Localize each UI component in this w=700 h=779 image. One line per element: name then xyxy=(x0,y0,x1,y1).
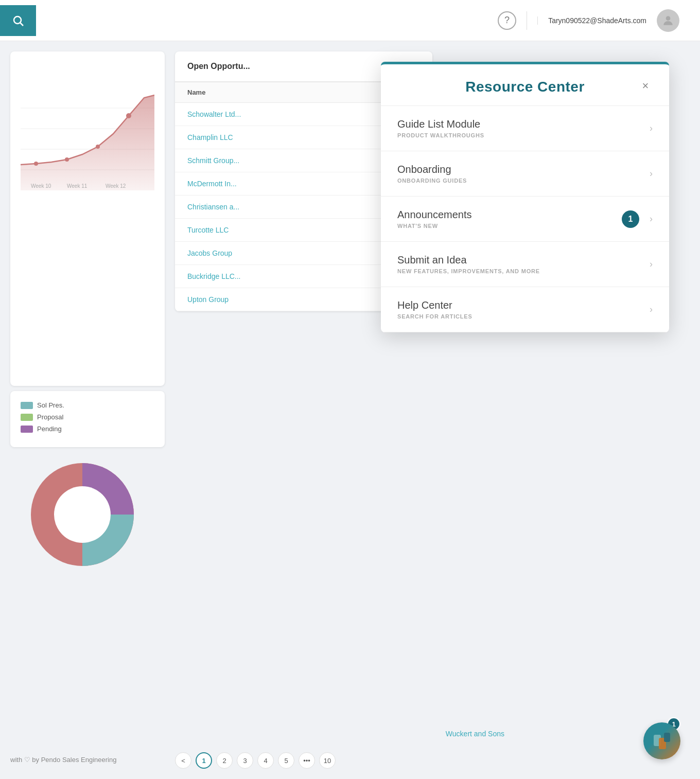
bottom-row-item[interactable]: Wuckert and Sons xyxy=(446,730,504,738)
legend-label-solpres: Sol Pres. xyxy=(37,401,64,409)
legend-label-proposal: Proposal xyxy=(37,413,63,421)
page-4-button[interactable]: 4 xyxy=(257,752,274,769)
line-chart: Week 10 Week 11 Week 12 xyxy=(21,62,154,216)
menu-item-announcements-title: Announcements xyxy=(397,209,622,221)
menu-item-submit-idea-title: Submit an Idea xyxy=(397,254,645,266)
page-3-button[interactable]: 3 xyxy=(237,752,253,769)
svg-text:Week 12: Week 12 xyxy=(106,183,126,189)
svg-point-10 xyxy=(126,113,131,118)
svg-text:Week 11: Week 11 xyxy=(67,183,87,189)
menu-item-help-center[interactable]: Help Center SEARCH FOR ARTICLES › xyxy=(381,287,669,332)
prev-page-button[interactable]: < xyxy=(175,752,191,769)
svg-point-2 xyxy=(666,16,671,21)
menu-item-guide-list[interactable]: Guide List Module PRODUCT WALKTHROUGHS › xyxy=(381,106,669,151)
menu-item-announcements-subtitle: WHAT'S NEW xyxy=(397,223,622,229)
wuckert-sons-label: Wuckert and Sons xyxy=(446,730,504,738)
menu-item-submit-idea[interactable]: Submit an Idea NEW FEATURES, IMPROVEMENT… xyxy=(381,242,669,287)
menu-item-guide-list-subtitle: PRODUCT WALKTHROUGHS xyxy=(397,132,645,138)
chevron-right-icon: › xyxy=(650,168,653,179)
legend-label-pending: Pending xyxy=(37,425,62,433)
close-button[interactable]: × xyxy=(636,77,655,95)
chart-area: Week 10 Week 11 Week 12 xyxy=(10,51,165,386)
footer-label: with ♡ by Pendo Sales Engineering xyxy=(10,756,116,764)
legend-item: Proposal xyxy=(21,413,154,421)
menu-item-submit-idea-text: Submit an Idea NEW FEATURES, IMPROVEMENT… xyxy=(397,254,645,274)
chevron-right-icon: › xyxy=(650,259,653,270)
page-10-button[interactable]: 10 xyxy=(319,752,336,769)
svg-line-1 xyxy=(21,23,24,26)
chevron-right-icon: › xyxy=(650,304,653,315)
page-1-button[interactable]: 1 xyxy=(196,752,212,769)
menu-item-help-center-title: Help Center xyxy=(397,299,645,311)
svg-point-7 xyxy=(34,162,38,166)
menu-item-onboarding-subtitle: ONBOARDING GUIDES xyxy=(397,178,645,184)
legend-color-pending xyxy=(21,426,33,433)
svg-point-8 xyxy=(65,157,69,162)
legend-item: Pending xyxy=(21,425,154,433)
svg-rect-16 xyxy=(664,733,670,742)
page-2-button[interactable]: 2 xyxy=(216,752,233,769)
legend-area: Sol Pres. Proposal Pending xyxy=(10,391,165,447)
svg-point-0 xyxy=(14,16,21,24)
page-ellipsis: ••• xyxy=(299,752,315,769)
pagination: < 1 2 3 4 5 ••• 10 xyxy=(175,752,336,769)
page-5-button[interactable]: 5 xyxy=(278,752,294,769)
menu-item-guide-list-title: Guide List Module xyxy=(397,118,645,130)
chevron-right-icon: › xyxy=(650,123,653,134)
chevron-right-icon: › xyxy=(650,214,653,224)
divider xyxy=(527,11,527,30)
header-bar: ? Taryn090522@ShadeArts.com xyxy=(0,0,700,41)
panel-header: Resource Center × xyxy=(381,64,669,106)
legend-item: Sol Pres. xyxy=(21,401,154,409)
pie-chart-area xyxy=(10,442,165,597)
search-button[interactable] xyxy=(0,5,36,36)
footer-text: with ♡ by Pendo Sales Engineering xyxy=(10,756,116,764)
user-email: Taryn090522@ShadeArts.com xyxy=(537,16,646,25)
svg-text:Week 10: Week 10 xyxy=(31,183,51,189)
announcements-badge: 1 xyxy=(622,210,639,228)
help-icon[interactable]: ? xyxy=(498,11,516,30)
pendo-icon-button[interactable] xyxy=(643,722,680,759)
menu-item-announcements-text: Announcements WHAT'S NEW xyxy=(397,209,622,229)
menu-item-guide-list-text: Guide List Module PRODUCT WALKTHROUGHS xyxy=(397,118,645,138)
avatar[interactable] xyxy=(657,9,679,32)
svg-point-9 xyxy=(96,145,100,149)
panel-title: Resource Center xyxy=(465,79,585,95)
menu-item-onboarding-title: Onboarding xyxy=(397,164,645,175)
menu-item-help-center-text: Help Center SEARCH FOR ARTICLES xyxy=(397,299,645,320)
resource-center-panel: Resource Center × Guide List Module PROD… xyxy=(381,62,669,332)
pie-center xyxy=(54,486,111,543)
menu-item-help-center-subtitle: SEARCH FOR ARTICLES xyxy=(397,313,645,320)
menu-item-onboarding[interactable]: Onboarding ONBOARDING GUIDES › xyxy=(381,151,669,197)
menu-item-submit-idea-subtitle: NEW FEATURES, IMPROVEMENTS, AND MORE xyxy=(397,268,645,274)
menu-item-onboarding-text: Onboarding ONBOARDING GUIDES xyxy=(397,164,645,184)
pie-chart xyxy=(10,442,154,587)
legend-color-proposal xyxy=(21,414,33,421)
menu-item-announcements[interactable]: Announcements WHAT'S NEW 1 › xyxy=(381,197,669,242)
legend-color-solpres xyxy=(21,402,33,409)
